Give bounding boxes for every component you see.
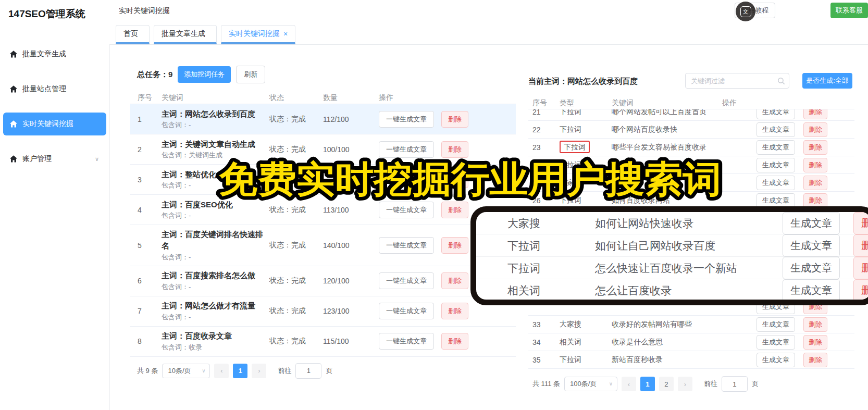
prev-page-button[interactable]: ‹: [622, 377, 636, 391]
delete-button[interactable]: 删除: [441, 272, 468, 289]
page-button-2[interactable]: 2: [659, 377, 674, 391]
generate-article-button[interactable]: 一键生成文章: [379, 272, 434, 289]
prev-page-button[interactable]: ‹: [214, 364, 229, 378]
col-action: 操作: [379, 93, 516, 103]
table-row[interactable]: 6 主词：百度搜索排名怎么做 包含词：- 状态：完成 120/100 一键生成文…: [130, 266, 516, 296]
table-row[interactable]: 7 主词：网站怎么做才有流量 包含词：- 状态：完成 123/100 一键生成文…: [130, 296, 516, 327]
generate-article-button[interactable]: 生成文章: [757, 109, 795, 119]
tasks-table-body: 1 主词：网站怎么收录到百度 包含词：- 状态：完成 112/100 一键生成文…: [130, 104, 516, 357]
delete-button[interactable]: 删除: [853, 257, 868, 279]
table-row[interactable]: 33 大家搜 收录好的发帖网站有哪些 生成文章 删除: [528, 316, 854, 333]
sidebar-item[interactable]: 账户管理 ∨: [3, 147, 106, 170]
delete-button[interactable]: 删除: [803, 317, 827, 332]
delete-button[interactable]: 删除: [803, 109, 827, 119]
table-row[interactable]: 5 主词：百度关键词排名快速排名 包含词：- 状态：完成 140/100 一键生…: [130, 225, 516, 266]
table-row[interactable]: 8 主词：百度收录文章 包含词：收录 状态：完成 115/100 一键生成文章 …: [130, 327, 516, 357]
generate-article-button[interactable]: 生成文章: [757, 317, 795, 332]
generate-article-button[interactable]: 生成文章: [757, 122, 795, 137]
next-page-button[interactable]: ›: [252, 364, 266, 378]
chevron-down-icon: ∨: [95, 156, 99, 163]
tab[interactable]: 首页: [116, 25, 150, 44]
table-row[interactable]: 35 下拉词 新站百度秒收录 生成文章 删除: [528, 351, 854, 369]
inset-row: 下拉词 怎么快速让百度收录一个新站 生成文章 删除: [476, 257, 868, 279]
generate-article-button[interactable]: 一键生成文章: [379, 202, 434, 218]
table-row[interactable]: 25 大家搜 生成文章 删除: [528, 174, 854, 192]
contact-button[interactable]: 联系客服: [830, 3, 868, 18]
add-task-button[interactable]: 添加挖词任务: [178, 66, 231, 83]
next-page-button[interactable]: ›: [678, 377, 692, 391]
keyword-filter-input[interactable]: [685, 73, 789, 89]
delete-button[interactable]: 删除: [803, 176, 827, 190]
refresh-button[interactable]: 刷新: [236, 66, 265, 83]
inset-keyword: 如何让网站快速收录: [595, 216, 783, 231]
sidebar-item[interactable]: 批量站点管理: [3, 78, 106, 101]
delete-button[interactable]: 删除: [803, 335, 827, 350]
chevron-down-icon: ∨: [609, 381, 613, 387]
generate-article-button[interactable]: 一键生成文章: [379, 333, 434, 350]
tab[interactable]: 批量文章生成: [154, 25, 217, 44]
tab[interactable]: 实时关键词挖掘 ×: [221, 25, 295, 44]
generate-article-button[interactable]: 生成文章: [757, 193, 795, 208]
table-row[interactable]: 22 下拉词 哪个网站百度收录快 生成文章 删除: [528, 121, 854, 139]
generate-article-button[interactable]: 生成文章: [757, 140, 795, 155]
generate-article-button[interactable]: 生成文章: [757, 335, 795, 350]
inset-actions: 生成文章 删除: [783, 212, 868, 234]
row-status: 状态：完成: [269, 145, 323, 154]
delete-button[interactable]: 删除: [441, 202, 468, 218]
generate-article-button[interactable]: 生成文章: [757, 353, 795, 367]
generate-article-button[interactable]: 生成文章: [757, 176, 795, 190]
table-row[interactable]: 21 下拉词 哪个网站发帖可以上百度首页 生成文章 删除: [528, 109, 854, 121]
delete-button[interactable]: 删除: [853, 279, 868, 302]
screen-recorder-widget[interactable]: 文: [736, 2, 755, 21]
page-size-select[interactable]: 10条/页 ∨: [162, 364, 210, 378]
table-row[interactable]: 1 主词：网站怎么收录到百度 包含词：- 状态：完成 112/100 一键生成文…: [130, 104, 516, 134]
app-window: 147SEO管理系统 批量文章生成 批量站点管理: [0, 0, 868, 410]
row-type: 大家搜: [560, 320, 612, 329]
generate-article-button[interactable]: 一键生成文章: [379, 303, 434, 319]
col-type: 类型: [560, 98, 612, 108]
delete-button[interactable]: 删除: [441, 141, 468, 158]
row-keyword: 主词：关键词文章自动生成 包含词：关键词生成: [162, 135, 269, 164]
generate-article-button[interactable]: 生成文章: [783, 279, 840, 302]
delete-button[interactable]: 删除: [441, 303, 468, 319]
goto-page-input[interactable]: [722, 376, 748, 392]
page-button-1[interactable]: 1: [233, 364, 247, 378]
table-row[interactable]: 24 下拉词 生成文章 删除: [528, 156, 854, 174]
page-size-select[interactable]: 100条/页 ∨: [564, 377, 617, 391]
table-row[interactable]: 3 主词：整站优化 包含词：- 状态：完成 一键生成文章 删除: [130, 165, 516, 195]
delete-button[interactable]: 删除: [803, 122, 827, 137]
generate-article-button[interactable]: 生成文章: [757, 158, 795, 172]
delete-button[interactable]: 删除: [441, 333, 468, 350]
col-qty: 数量: [323, 93, 379, 103]
delete-button[interactable]: 删除: [441, 111, 468, 128]
generate-article-button[interactable]: 生成文章: [783, 234, 840, 257]
table-row[interactable]: 23 下拉词 哪些平台发文容易被百度收录 生成文章 删除: [528, 139, 854, 156]
delete-button[interactable]: 删除: [853, 212, 868, 234]
generate-article-button[interactable]: 一键生成文章: [379, 171, 434, 188]
sidebar-item[interactable]: 批量文章生成: [3, 43, 106, 66]
table-row[interactable]: 2 主词：关键词文章自动生成 包含词：关键词生成 状态：完成 100/100 一…: [130, 134, 516, 165]
generate-article-button[interactable]: 一键生成文章: [379, 237, 434, 254]
goto-page-input[interactable]: [295, 363, 321, 379]
close-icon[interactable]: ×: [283, 30, 288, 38]
row-number: 26: [532, 196, 560, 205]
table-row[interactable]: 34 相关词 收录是什么意思 生成文章 删除: [528, 333, 854, 351]
table-row[interactable]: 4 主词：百度SEO优化 包含词：- 状态：完成 113/100 一键生成文章 …: [130, 195, 516, 225]
goto-label: 前往: [278, 366, 291, 376]
sidebar-item[interactable]: 实时关键词挖掘: [3, 113, 106, 135]
delete-button[interactable]: 删除: [853, 234, 868, 257]
tasks-pagination: 共 9 条 10条/页 ∨ ‹ 1 › 前往 页: [130, 363, 516, 379]
delete-button[interactable]: 删除: [803, 353, 827, 367]
current-keyword-label: 当前主词：网站怎么收录到百度: [528, 77, 638, 86]
delete-button[interactable]: 删除: [803, 140, 827, 155]
generate-article-button[interactable]: 一键生成文章: [379, 141, 434, 158]
generate-article-button[interactable]: 生成文章: [783, 212, 840, 234]
delete-button[interactable]: 删除: [441, 171, 468, 188]
page-button-1[interactable]: 1: [640, 377, 655, 391]
delete-button[interactable]: 删除: [441, 237, 468, 254]
generate-article-button[interactable]: 一键生成文章: [379, 111, 434, 128]
generate-all-button[interactable]: 是否生成:全部: [802, 73, 852, 89]
delete-button[interactable]: 删除: [803, 158, 827, 172]
generate-article-button[interactable]: 生成文章: [783, 257, 840, 279]
delete-button[interactable]: 删除: [803, 193, 827, 208]
